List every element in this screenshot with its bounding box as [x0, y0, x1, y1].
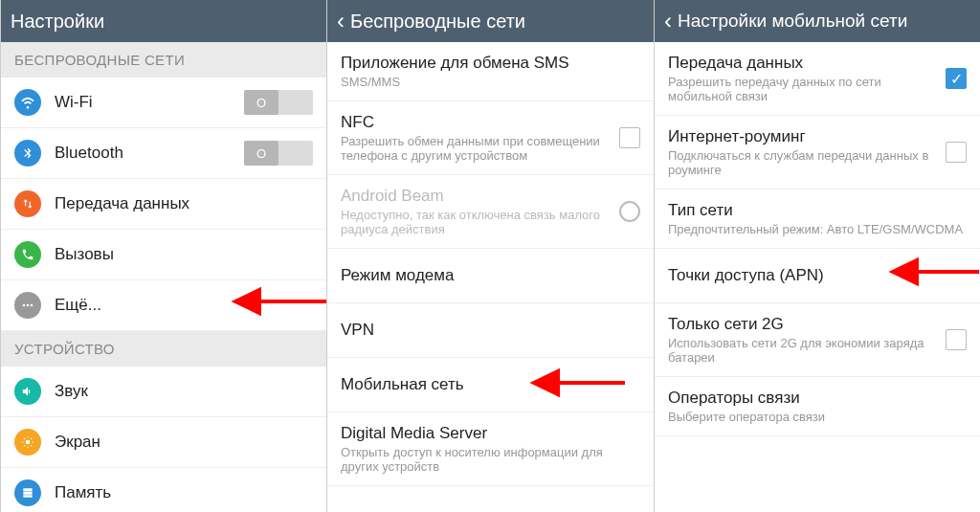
roaming-checkbox[interactable]	[946, 142, 967, 163]
svg-point-1	[27, 304, 30, 307]
row-operators[interactable]: Операторы связи Выберите оператора связи	[655, 377, 980, 436]
annotation-arrow-icon	[880, 253, 980, 291]
row-sound[interactable]: Звук	[1, 367, 326, 417]
roaming-label: Интернет-роуминг	[668, 127, 946, 146]
operators-sublabel: Выберите оператора связи	[668, 410, 967, 424]
mobile-network-panel: ‹ Настройки мобильной сети Передача данн…	[654, 0, 980, 512]
bluetooth-icon	[14, 140, 41, 167]
roaming-sublabel: Подключаться к службам передачи данных в…	[668, 148, 946, 177]
row-nfc[interactable]: NFC Разрешить обмен данными при совмещен…	[327, 101, 654, 175]
beam-sublabel: Недоступно, так как отключена связь мало…	[341, 208, 619, 236]
data-enable-sublabel: Разрешить передачу данных по сети мобиль…	[668, 75, 946, 103]
row-network-type[interactable]: Тип сети Предпочтительный режим: Авто LT…	[655, 189, 980, 249]
operators-label: Операторы связи	[668, 389, 967, 408]
sound-label: Звук	[55, 382, 88, 401]
row-dms[interactable]: Digital Media Server Открыть доступ к но…	[327, 412, 654, 486]
row-storage[interactable]: Память	[1, 468, 326, 512]
dms-label: Digital Media Server	[341, 424, 640, 443]
row-apn[interactable]: Точки доступа (APN)	[655, 249, 980, 303]
data-checkbox[interactable]: ✓	[946, 68, 967, 89]
header-wireless: ‹ Беспроводные сети	[327, 0, 654, 42]
wifi-toggle[interactable]: O	[244, 90, 313, 115]
tether-label: Режим модема	[341, 266, 454, 285]
nfc-sublabel: Разрешить обмен данными при совмещении т…	[341, 134, 619, 163]
settings-panel: Настройки БЕСПРОВОДНЫЕ СЕТИ Wi-Fi O Blue…	[0, 0, 326, 512]
wifi-icon	[14, 89, 41, 116]
sms-sublabel: SMS/MMS	[341, 75, 640, 89]
sms-label: Приложение для обмена SMS	[341, 54, 640, 73]
beam-radio	[619, 201, 640, 222]
sound-icon	[14, 378, 41, 405]
data-icon	[14, 190, 41, 217]
svg-point-0	[23, 304, 26, 307]
more-icon	[14, 292, 41, 319]
nettype-label: Тип сети	[668, 201, 967, 220]
storage-label: Память	[55, 483, 111, 502]
row-data-enable[interactable]: Передача данных Разрешить передачу данны…	[655, 42, 980, 116]
svg-point-2	[31, 304, 33, 307]
only2g-checkbox[interactable]	[946, 329, 967, 350]
section-device: УСТРОЙСТВО	[1, 331, 326, 367]
data-label: Передача данных	[55, 194, 189, 213]
vpn-label: VPN	[341, 321, 374, 340]
data-enable-label: Передача данных	[668, 54, 946, 73]
toggle-knob-off: O	[244, 90, 278, 115]
display-icon	[14, 429, 41, 456]
back-icon[interactable]: ‹	[337, 8, 345, 34]
row-mobile-network[interactable]: Мобильная сеть	[327, 358, 654, 412]
nfc-label: NFC	[341, 113, 619, 132]
header-title: Беспроводные сети	[350, 11, 525, 33]
row-bluetooth[interactable]: Bluetooth O	[1, 128, 326, 179]
row-roaming[interactable]: Интернет-роуминг Подключаться к службам …	[655, 116, 980, 189]
nettype-sublabel: Предпочтительный режим: Авто LTE/GSM/WCD…	[668, 222, 967, 236]
display-label: Экран	[55, 433, 100, 452]
row-tethering[interactable]: Режим модема	[327, 249, 654, 303]
calls-label: Вызовы	[55, 245, 114, 264]
toggle-knob-off: O	[244, 141, 278, 166]
section-wireless: БЕСПРОВОДНЫЕ СЕТИ	[1, 42, 326, 78]
wireless-panel: ‹ Беспроводные сети Приложение для обмен…	[326, 0, 654, 512]
svg-point-3	[26, 440, 31, 445]
header-title: Настройки	[11, 11, 104, 33]
header-mobile: ‹ Настройки мобильной сети	[655, 0, 980, 42]
bluetooth-label: Bluetooth	[55, 144, 123, 163]
row-more[interactable]: Ещё...	[1, 280, 326, 331]
row-android-beam: Android Beam Недоступно, так как отключе…	[327, 175, 654, 249]
row-only-2g[interactable]: Только сети 2G Использовать сети 2G для …	[655, 303, 980, 377]
mobile-label: Мобильная сеть	[341, 375, 464, 394]
bluetooth-toggle[interactable]: O	[244, 141, 313, 166]
phone-icon	[14, 241, 41, 268]
row-calls[interactable]: Вызовы	[1, 230, 326, 280]
row-display[interactable]: Экран	[1, 417, 326, 468]
row-data-usage[interactable]: Передача данных	[1, 179, 326, 230]
beam-label: Android Beam	[341, 187, 619, 206]
header-settings: Настройки	[1, 0, 326, 42]
row-sms-app[interactable]: Приложение для обмена SMS SMS/MMS	[327, 42, 654, 101]
row-wifi[interactable]: Wi-Fi O	[1, 78, 326, 128]
only2g-label: Только сети 2G	[668, 315, 946, 334]
annotation-arrow-icon	[221, 282, 326, 321]
row-vpn[interactable]: VPN	[327, 303, 654, 358]
only2g-sublabel: Использовать сети 2G для экономии заряда…	[668, 336, 946, 365]
wifi-label: Wi-Fi	[55, 93, 93, 112]
back-icon[interactable]: ‹	[664, 8, 672, 34]
storage-icon	[14, 479, 41, 506]
apn-label: Точки доступа (APN)	[668, 266, 824, 285]
header-title: Настройки мобильной сети	[678, 11, 907, 32]
dms-sublabel: Открыть доступ к носителю информации для…	[341, 445, 640, 474]
nfc-checkbox[interactable]	[619, 127, 640, 148]
annotation-arrow-icon	[520, 364, 635, 402]
more-label: Ещё...	[55, 296, 101, 315]
